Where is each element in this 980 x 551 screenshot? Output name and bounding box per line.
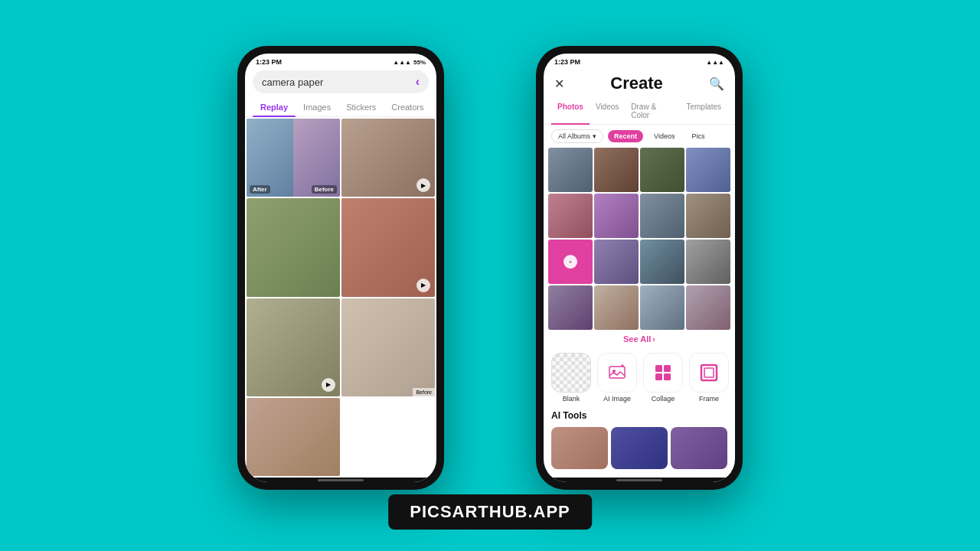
blank-label: Blank	[563, 395, 580, 403]
photo-cell-3[interactable]	[247, 198, 340, 296]
search-tabs: Replay Images Stickers Creators	[245, 98, 436, 117]
play-icon-2[interactable]: ▶	[416, 279, 430, 292]
thumb-9[interactable]: +	[548, 240, 593, 284]
watermark-text: PICSARTHUB.APP	[410, 502, 570, 521]
ai-image-label: AI Image	[603, 395, 631, 403]
thumb-12[interactable]	[686, 240, 730, 284]
thumb-10[interactable]	[594, 240, 639, 284]
thumb-3[interactable]	[640, 148, 684, 192]
photo-cell-2[interactable]: ▶	[341, 119, 435, 197]
chevron-down-icon: ▾	[593, 132, 596, 140]
search-value: camera paper	[262, 77, 416, 88]
photo-row-3: ▶ Before	[247, 298, 435, 396]
after-label: After	[250, 185, 270, 194]
see-all-arrow-icon: ›	[652, 334, 655, 344]
create-title: Create	[610, 73, 662, 93]
thumb-11[interactable]	[640, 240, 684, 284]
svg-rect-4	[655, 373, 662, 380]
search-bar[interactable]: camera paper ‹	[253, 70, 429, 93]
filter-videos[interactable]: Videos	[648, 130, 681, 142]
tab-stickers[interactable]: Stickers	[338, 98, 384, 116]
tool-ai-image[interactable]: AI Image	[597, 353, 637, 403]
thumb-13[interactable]	[548, 285, 593, 330]
search-clear-icon[interactable]: ‹	[416, 75, 420, 89]
tools-section: Blank AI Image	[544, 348, 735, 407]
play-icon-3[interactable]: ▶	[322, 378, 335, 392]
tool-collage[interactable]: Collage	[643, 353, 683, 403]
thumb-4[interactable]	[686, 148, 730, 192]
ai-thumb-1[interactable]	[551, 427, 608, 469]
phone-create: 1:23 PM ▲▲▲ ✕ Create 🔍 Photos Videos Dra…	[536, 46, 743, 490]
albums-bar: All Albums ▾ Recent Videos Pics	[544, 125, 735, 148]
thumb-6[interactable]	[594, 194, 639, 238]
photo-cell-6[interactable]: Before	[341, 298, 435, 396]
status-icons-1: ▲▲▲ 55%	[393, 59, 426, 66]
see-all-button[interactable]: See All ›	[623, 334, 655, 344]
photo-row-2: ▶	[247, 198, 435, 296]
tab-templates[interactable]: Templates	[680, 98, 727, 124]
thumb-15[interactable]	[640, 285, 684, 330]
photo-cell-1[interactable]: After Before	[247, 119, 340, 197]
thumb-1[interactable]	[548, 148, 593, 192]
tool-blank[interactable]: Blank	[551, 353, 591, 403]
phone-search: 1:23 PM ▲▲▲ 55% camera paper ‹ Replay Im…	[237, 46, 444, 490]
blank-icon	[551, 353, 591, 393]
photo-cell-5[interactable]: ▶	[247, 298, 340, 396]
signal-icon: ▲▲▲	[393, 59, 411, 66]
frame-icon	[689, 353, 729, 393]
frame-label: Frame	[699, 395, 719, 403]
thumb-16[interactable]	[686, 285, 730, 330]
thumb-14[interactable]	[594, 285, 639, 330]
status-icons-2: ▲▲▲	[706, 59, 724, 66]
watermark: PICSARTHUB.APP	[388, 494, 592, 530]
svg-rect-7	[704, 368, 714, 377]
signal-icon-2: ▲▲▲	[706, 59, 724, 66]
ai-tools-title: AI Tools	[551, 410, 586, 421]
status-bar-2: 1:23 PM ▲▲▲	[544, 54, 735, 67]
see-all-row: See All ›	[544, 330, 735, 348]
filter-pics[interactable]: Pics	[685, 130, 710, 142]
svg-rect-2	[655, 365, 662, 372]
ai-thumb-3[interactable]	[671, 427, 727, 469]
close-button[interactable]: ✕	[554, 77, 564, 91]
photo-row-1: After Before ▶	[247, 119, 435, 197]
filter-recent[interactable]: Recent	[608, 130, 643, 142]
tab-images[interactable]: Images	[296, 98, 338, 116]
album-dropdown-label: All Albums	[558, 132, 590, 140]
create-header: ✕ Create 🔍	[544, 67, 735, 98]
status-bar-1: 1:23 PM ▲▲▲ 55%	[245, 54, 436, 67]
see-all-label: See All	[623, 334, 651, 344]
svg-rect-0	[609, 367, 625, 378]
tab-draw-color[interactable]: Draw & Color	[625, 98, 680, 124]
ai-tools-header: AI Tools	[544, 407, 735, 424]
search-button[interactable]: 🔍	[709, 77, 724, 91]
phones-container: 1:23 PM ▲▲▲ 55% camera paper ‹ Replay Im…	[237, 46, 743, 490]
photo-cell-4[interactable]: ▶	[341, 198, 435, 296]
tab-videos[interactable]: Videos	[590, 98, 625, 124]
svg-rect-3	[664, 365, 671, 372]
tool-frame[interactable]: Frame	[689, 353, 729, 403]
time-1: 1:23 PM	[256, 58, 282, 66]
thumb-2[interactable]	[594, 148, 639, 192]
svg-rect-5	[664, 373, 671, 380]
phone-create-screen: 1:23 PM ▲▲▲ ✕ Create 🔍 Photos Videos Dra…	[544, 54, 735, 482]
photo-cell-7[interactable]	[247, 398, 340, 476]
thumb-5[interactable]	[548, 194, 593, 238]
tab-creators[interactable]: Creators	[384, 98, 431, 116]
battery-label: 55%	[413, 59, 426, 66]
album-dropdown[interactable]: All Albums ▾	[551, 129, 603, 143]
ai-thumb-2[interactable]	[611, 427, 668, 469]
tab-replay[interactable]: Replay	[253, 98, 296, 116]
tab-photos[interactable]: Photos	[551, 98, 590, 124]
photo-thumbnails: +	[544, 148, 735, 330]
create-tabs: Photos Videos Draw & Color Templates	[544, 98, 735, 125]
thumb-8[interactable]	[686, 194, 730, 238]
photo-cell-8[interactable]	[341, 398, 435, 476]
ai-image-icon	[597, 353, 637, 393]
phone-search-screen: 1:23 PM ▲▲▲ 55% camera paper ‹ Replay Im…	[245, 54, 436, 482]
svg-rect-6	[701, 365, 717, 380]
collage-label: Collage	[652, 395, 675, 403]
time-2: 1:23 PM	[554, 58, 580, 66]
before-label: Before	[312, 185, 337, 194]
thumb-7[interactable]	[640, 194, 684, 238]
